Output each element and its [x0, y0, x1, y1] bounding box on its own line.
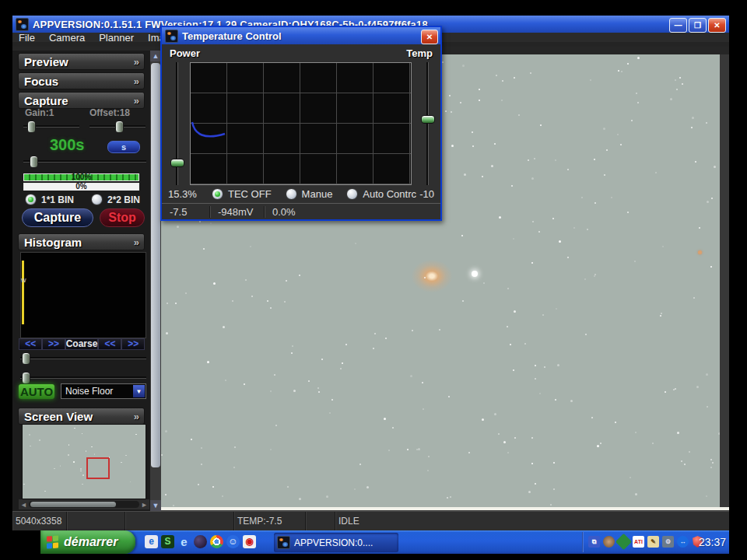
- status-cell-5: [306, 512, 335, 530]
- minimize-button[interactable]: —: [669, 18, 687, 33]
- browser-icon[interactable]: e: [177, 535, 191, 548]
- screen: APPVERSION:0.1.51.1 FWVersion:17.1.29 Ca…: [0, 0, 747, 560]
- menu-camera[interactable]: Camera: [49, 32, 85, 44]
- taskbar: démarrer e S e ☺ ◉ APPVERSION:0.... ⧉ AT…: [12, 530, 729, 554]
- capture-button[interactable]: Capture: [22, 208, 93, 227]
- stop-button[interactable]: Stop: [100, 208, 145, 227]
- settings-gear-icon[interactable]: ⚙: [662, 536, 674, 548]
- taskbar-left-gap: [12, 530, 40, 554]
- exposure-slider[interactable]: [23, 156, 146, 166]
- dialog-title-bar[interactable]: Temperature Control ✕: [162, 27, 440, 44]
- galaxy-object: [412, 260, 452, 292]
- volume-icon[interactable]: [603, 536, 615, 548]
- chrome-icon[interactable]: [210, 535, 223, 548]
- tec-mode-row: 15.3% TEC OFF Manue Auto Contrc -10: [162, 186, 440, 201]
- temp-label: Temp: [406, 47, 433, 59]
- hist-coarse-label[interactable]: Coarse: [65, 338, 99, 350]
- status-temperature: TEMP:-7.5: [234, 512, 306, 530]
- gain-slider[interactable]: [23, 121, 79, 131]
- graphics-tool-icon[interactable]: [615, 534, 632, 550]
- remote-access-icon[interactable]: ↔: [677, 536, 689, 548]
- section-screenview[interactable]: Screen View »: [18, 408, 145, 425]
- radio-icon: [91, 194, 103, 205]
- dialog-close-button[interactable]: ✕: [421, 30, 438, 44]
- power-slider[interactable]: [170, 62, 184, 185]
- hist-right2-button[interactable]: >>: [121, 338, 145, 350]
- power-label: Power: [170, 47, 200, 59]
- stretch-mode-dropdown[interactable]: Noise Floor ▼: [61, 383, 146, 399]
- offset-label: Offset:18: [89, 107, 130, 118]
- chevron-icon: »: [134, 56, 139, 68]
- status-resolution: 5040x3358: [12, 512, 67, 530]
- internet-explorer-icon[interactable]: e: [145, 535, 158, 548]
- roi-rectangle[interactable]: [86, 457, 110, 479]
- sidebar-scroll-thumb[interactable]: [151, 63, 160, 467]
- menu-file[interactable]: File: [19, 32, 35, 44]
- media-app-icon[interactable]: S: [161, 535, 174, 548]
- temp-slider[interactable]: [420, 62, 434, 185]
- hscroll-thumb[interactable]: [30, 502, 116, 507]
- windows-flag-icon: [47, 535, 59, 548]
- dialog-voltage: -948mV: [210, 206, 265, 218]
- taskbar-app-button[interactable]: APPVERSION:0....: [274, 533, 398, 552]
- notes-icon[interactable]: ✎: [647, 536, 659, 548]
- scroll-up-icon[interactable]: ▲: [150, 51, 161, 61]
- scroll-down-icon[interactable]: ▼: [150, 500, 161, 511]
- thumbnail-hscrollbar[interactable]: ◄ ►: [19, 499, 149, 509]
- histogram-marker-label: w: [21, 276, 26, 284]
- dropdown-arrow-icon[interactable]: ▼: [133, 385, 145, 397]
- exposure-value: 300s: [50, 136, 85, 154]
- media-player-icon[interactable]: ◉: [243, 535, 256, 548]
- close-button[interactable]: ✕: [708, 18, 726, 33]
- histogram-display: w: [20, 252, 146, 338]
- section-focus[interactable]: Focus »: [18, 72, 145, 89]
- restore-button[interactable]: ❐: [689, 18, 707, 33]
- hist-left-button[interactable]: <<: [19, 338, 42, 350]
- exposure-unit-button[interactable]: s: [107, 141, 140, 153]
- messenger-icon[interactable]: ☺: [226, 535, 240, 548]
- power-percent: 15.3%: [168, 188, 209, 200]
- status-state: IDLE: [335, 512, 729, 530]
- bin1-radio[interactable]: 1*1 BIN: [25, 194, 74, 205]
- radio-icon: [25, 194, 37, 205]
- hist-right-button[interactable]: >>: [42, 338, 65, 350]
- scroll-right-icon[interactable]: ►: [139, 501, 149, 509]
- hist-left2-button[interactable]: <<: [98, 338, 121, 350]
- dialog-title: Temperature Control: [182, 30, 282, 42]
- bin2-radio[interactable]: 2*2 BIN: [91, 194, 140, 205]
- bright-star: [472, 271, 478, 277]
- status-cell-3: [125, 512, 234, 530]
- photo-app-icon[interactable]: [194, 535, 207, 548]
- network-icon[interactable]: ⧉: [588, 536, 600, 548]
- chevron-icon: »: [134, 236, 139, 248]
- offset-slider[interactable]: [89, 121, 146, 131]
- white-level-slider[interactable]: [20, 372, 146, 383]
- dialog-current-temp: -7.5: [162, 206, 210, 218]
- dialog-icon: [165, 30, 178, 43]
- section-preview[interactable]: Preview »: [18, 53, 145, 70]
- start-button[interactable]: démarrer: [40, 530, 135, 554]
- auto-button[interactable]: AUTO: [19, 384, 54, 399]
- screen-view-thumbnail[interactable]: [22, 424, 146, 499]
- manual-radio[interactable]: [286, 188, 297, 200]
- status-cell-2: [67, 512, 125, 530]
- status-bar: 5040x3358 TEMP:-7.5 IDLE: [12, 511, 729, 530]
- dialog-status-bar: -7.5 -948mV 0.0%: [162, 203, 440, 220]
- chevron-icon: »: [134, 411, 139, 422]
- section-histogram[interactable]: Histogram »: [18, 233, 145, 250]
- black-level-slider[interactable]: [20, 352, 146, 363]
- ati-icon[interactable]: ATI: [633, 536, 644, 548]
- app-logo-icon: [16, 18, 29, 31]
- menu-planner[interactable]: Planner: [99, 32, 134, 44]
- tray-divider: [582, 532, 584, 552]
- sidebar-scrollbar[interactable]: ▲ ▼: [150, 51, 161, 511]
- temperature-curve: [192, 122, 225, 136]
- section-capture[interactable]: Capture »: [18, 92, 145, 109]
- progress-bar-current: 0%: [23, 183, 139, 191]
- scroll-left-icon[interactable]: ◄: [19, 501, 29, 509]
- chevron-icon: »: [134, 95, 139, 107]
- tec-off-radio[interactable]: [212, 188, 223, 200]
- sidebar: Preview » Focus » Capture » Gain:1 Offse…: [12, 51, 150, 511]
- auto-control-radio[interactable]: [346, 188, 358, 200]
- temp-setpoint: -10: [419, 188, 434, 200]
